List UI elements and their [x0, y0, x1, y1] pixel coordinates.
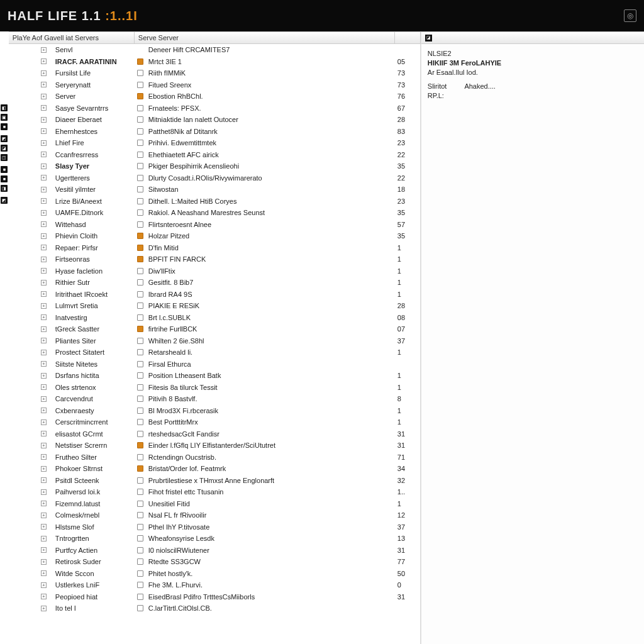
- server-row[interactable]: +Lhief FirePrihivi. Edwemtittmtek23: [9, 137, 420, 149]
- server-table[interactable]: +SenvlDeneer Hift CRCAMITES7+IRACF. AARA…: [9, 44, 421, 644]
- sidebar-tool-icon[interactable]: ■: [1, 123, 8, 130]
- server-row[interactable]: +WittehasdFlirtsnteroesnt Alnee57: [9, 219, 420, 231]
- server-row[interactable]: +Paihversd loi.kFihot fristel ettc Ttusa…: [9, 486, 420, 498]
- server-row[interactable]: +Frutheo SilterRctendingn Oucstrisb.71: [9, 452, 420, 464]
- server-row[interactable]: +Fizemnd.latustUnesitiel Fitid1: [9, 498, 420, 510]
- server-row[interactable]: +Sasye SevarntrrsFrnateels: PFSX.67: [9, 103, 420, 114]
- expand-icon[interactable]: +: [41, 257, 47, 262]
- expand-icon[interactable]: +: [41, 152, 47, 157]
- server-row[interactable]: +Retirosk SuderRtedte SS3GCW77: [9, 556, 420, 568]
- settings-icon[interactable]: ◎: [624, 9, 636, 22]
- expand-icon[interactable]: +: [41, 431, 47, 436]
- server-row[interactable]: +Witde ScconPhitet hostly'k.50: [9, 568, 420, 580]
- server-row[interactable]: +tGreck Sastterfirtrihe FurllBCK07: [9, 323, 420, 335]
- sidebar-tool-icon[interactable]: ◩: [1, 135, 8, 142]
- expand-icon[interactable]: +: [41, 280, 47, 286]
- expand-icon[interactable]: +: [41, 233, 47, 239]
- expand-icon[interactable]: +: [41, 513, 47, 518]
- server-row[interactable]: +Hyase facletionDiw'llFtix1: [9, 265, 420, 277]
- expand-icon[interactable]: +: [41, 582, 47, 588]
- sidebar-tool-icon[interactable]: ◨: [1, 185, 8, 192]
- expand-icon[interactable]: +: [41, 384, 47, 390]
- expand-icon[interactable]: +: [41, 47, 47, 53]
- server-row[interactable]: +Netstiser ScrerrnEinder l.fGflq LIY Elf…: [9, 440, 420, 452]
- server-row[interactable]: +EhernhestcesPatthet8Nik af Dtitanrk83: [9, 126, 420, 138]
- expand-icon[interactable]: +: [41, 536, 47, 541]
- expand-icon[interactable]: +: [41, 501, 47, 506]
- expand-icon[interactable]: +: [41, 210, 47, 216]
- expand-icon[interactable]: +: [41, 454, 47, 460]
- expand-icon[interactable]: +: [41, 117, 47, 123]
- server-row[interactable]: +SenvlDeneer Hift CRCAMITES7: [9, 44, 420, 56]
- server-row[interactable]: +Vesitil yilmterSitwostan18: [9, 184, 420, 196]
- expand-icon[interactable]: +: [41, 245, 47, 250]
- server-row[interactable]: +ServerEbostion RhBChl.76: [9, 91, 420, 103]
- expand-icon[interactable]: +: [41, 175, 47, 180]
- server-row[interactable]: +SeryerynattFitued Sreenx73: [9, 79, 420, 91]
- server-row[interactable]: +Repaer: PirfsrD'fin Mitid1: [9, 242, 420, 254]
- sidebar-tool-icon[interactable]: ■: [1, 175, 8, 182]
- sidebar-tool-icon[interactable]: ◧: [1, 104, 8, 111]
- expand-icon[interactable]: +: [41, 547, 47, 553]
- server-row[interactable]: +Siitste NitetesFirsal Ethurca: [9, 358, 420, 370]
- sidebar-tool-icon[interactable]: ■: [1, 166, 8, 173]
- expand-icon[interactable]: +: [41, 466, 47, 472]
- expand-icon[interactable]: +: [41, 594, 47, 599]
- expand-icon[interactable]: +: [41, 140, 47, 146]
- expand-icon[interactable]: +: [41, 314, 47, 320]
- expand-icon[interactable]: +: [41, 489, 47, 495]
- server-row[interactable]: +Hlstsme SlofPthel IhY P.titvosate37: [9, 521, 420, 533]
- server-row[interactable]: +Rithier SutrGesitfit. 8 Bib71: [9, 277, 420, 289]
- server-row[interactable]: +Psitdl ScteenkPrubrtilestiese x THmxst …: [9, 475, 420, 487]
- expand-icon[interactable]: +: [41, 396, 47, 402]
- expand-icon[interactable]: +: [41, 408, 47, 413]
- server-row[interactable]: +Colmesk/rneblNsal FL fr fRivooilir12: [9, 509, 420, 521]
- sidebar-tool-icon[interactable]: ▣: [1, 114, 8, 121]
- expand-icon[interactable]: +: [41, 128, 47, 134]
- server-row[interactable]: +Oles strtenoxFitesis 8a tilurck Tessit1: [9, 382, 420, 394]
- expand-icon[interactable]: +: [41, 559, 47, 565]
- expand-icon[interactable]: +: [41, 606, 47, 611]
- expand-icon[interactable]: +: [41, 105, 47, 111]
- expand-icon[interactable]: +: [41, 164, 47, 169]
- column-server[interactable]: Serve Server: [135, 32, 395, 43]
- expand-icon[interactable]: +: [41, 361, 47, 367]
- server-row[interactable]: +CcanfresrressEhethiaetett AFC airick22: [9, 149, 420, 161]
- server-row[interactable]: +Dsrfans hictitaPosition Ltheasent Batk1: [9, 370, 420, 382]
- expand-icon[interactable]: +: [41, 443, 47, 448]
- server-row[interactable]: +FirtseonrasBPFIT FIN FARCK1: [9, 253, 420, 265]
- server-row[interactable]: +CerscritmincrrentBest PortttitrMrx1: [9, 416, 420, 428]
- server-row[interactable]: +Slasy TyerPkiger Bespihirrik Acenslieoh…: [9, 160, 420, 172]
- server-row[interactable]: +Phokoer SltrnstBristat/Order lof. Featm…: [9, 463, 420, 475]
- expand-icon[interactable]: +: [41, 221, 47, 227]
- server-row[interactable]: +Lulmvrt SretiaPIAKIE E RESiK28: [9, 300, 420, 312]
- server-row[interactable]: +Pliantes SiterWhilten 2 6ie.S8hl37: [9, 335, 420, 347]
- server-row[interactable]: +CxbenraestyBl Mrod3X Fi.rbcerasik1: [9, 405, 420, 417]
- expand-icon[interactable]: +: [41, 570, 47, 576]
- server-row[interactable]: +InatvestirgBrt l.c.SUBLK08: [9, 312, 420, 324]
- sidebar-tool-icon[interactable]: ◫: [1, 154, 8, 161]
- expand-icon[interactable]: +: [41, 70, 47, 76]
- server-row[interactable]: +Lrize Bi/AneextDithell. L:Maited HtiB C…: [9, 196, 420, 208]
- server-row[interactable]: +Purtfcy ActienI0 niolscilRWiutener31: [9, 545, 420, 557]
- server-row[interactable]: +Ito tel IC.larTitrtl.CitOlsl.CB.: [9, 602, 420, 614]
- expand-icon[interactable]: +: [41, 419, 47, 425]
- expand-icon[interactable]: +: [41, 524, 47, 530]
- expand-icon[interactable]: +: [41, 303, 47, 309]
- server-row[interactable]: +Peopioed hiatEisedBrasl Pdifro TrtttesC…: [9, 591, 420, 603]
- server-row[interactable]: +Iritrithaet IRcoektIbrard RA4 9S1: [9, 289, 420, 301]
- expand-icon[interactable]: +: [41, 82, 47, 87]
- server-row[interactable]: +UgertterersDlurty Cosadt.i.ROlis/Rivywi…: [9, 172, 420, 184]
- server-row[interactable]: +Prostect SitatertRetarsheald li.1: [9, 347, 420, 358]
- expand-icon[interactable]: +: [41, 291, 47, 297]
- server-row[interactable]: +Fursilst LifeRiith fIMMiK73: [9, 67, 420, 79]
- server-row[interactable]: +Diaeer EberaetMitniaktide Ian nalett Ou…: [9, 114, 420, 126]
- sidebar-tool-icon[interactable]: ◩: [1, 197, 8, 204]
- column-ping[interactable]: [395, 32, 421, 43]
- expand-icon[interactable]: +: [41, 350, 47, 355]
- expand-icon[interactable]: +: [41, 477, 47, 483]
- server-row[interactable]: +IRACF. AARATININMrtct 3IE 105: [9, 56, 420, 68]
- server-row[interactable]: +Phievin CloithHolzar Pitzed35: [9, 230, 420, 242]
- server-row[interactable]: +CarcvendrutPitivih 8 Bastvlf.8: [9, 393, 420, 405]
- expand-icon[interactable]: +: [41, 326, 47, 332]
